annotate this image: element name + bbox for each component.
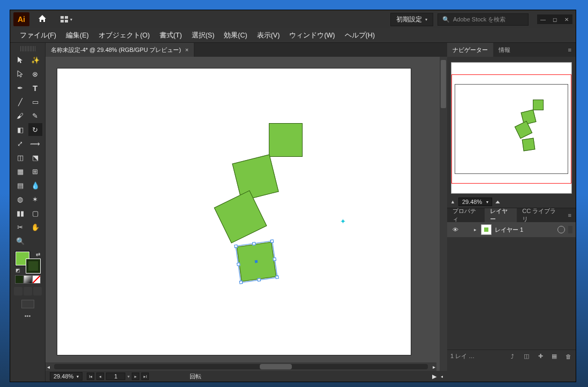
pencil-tool[interactable]: ✎ bbox=[28, 109, 42, 122]
tab-properties[interactable]: プロパティ bbox=[447, 208, 485, 222]
draw-inside-icon[interactable] bbox=[33, 287, 42, 295]
status-stop-icon[interactable]: ◂ bbox=[441, 374, 443, 379]
chevron-down-icon[interactable]: ▾ bbox=[127, 374, 130, 379]
artboard-tool[interactable]: ▢ bbox=[28, 207, 42, 219]
zoom-tool[interactable]: 🔍 bbox=[13, 234, 27, 247]
menu-object[interactable]: オブジェクト(O) bbox=[94, 29, 154, 42]
artboard-number-field[interactable]: 1 bbox=[106, 373, 125, 380]
menu-effect[interactable]: 効果(C) bbox=[220, 29, 251, 42]
shape-square-3[interactable] bbox=[214, 191, 267, 244]
make-clipping-mask-icon[interactable]: ◫ bbox=[522, 352, 531, 361]
menu-edit[interactable]: 編集(E) bbox=[62, 29, 93, 42]
next-artboard-button[interactable]: ▸ bbox=[132, 373, 139, 380]
rotate-tool[interactable]: ↻ bbox=[28, 123, 42, 136]
tab-info[interactable]: 情報 bbox=[493, 43, 516, 57]
draw-behind-icon[interactable] bbox=[24, 287, 32, 295]
menu-type[interactable]: 書式(T) bbox=[155, 29, 186, 42]
zoom-level-combo[interactable]: 29.48% ▾ bbox=[50, 372, 82, 381]
delete-layer-icon[interactable]: 🗑 bbox=[564, 352, 572, 361]
tab-layers[interactable]: レイヤー bbox=[485, 208, 517, 222]
paintbrush-tool[interactable]: 🖌 bbox=[13, 109, 27, 122]
create-new-layer-icon[interactable]: ▦ bbox=[550, 352, 559, 361]
gradient-tool[interactable]: ▤ bbox=[13, 179, 27, 192]
vertical-scrollbar[interactable] bbox=[440, 57, 447, 371]
handle-e[interactable] bbox=[273, 257, 276, 261]
magic-wand-tool[interactable]: ✨ bbox=[28, 54, 42, 66]
handle-s[interactable] bbox=[257, 278, 261, 282]
handle-sw[interactable] bbox=[239, 280, 243, 284]
home-icon[interactable] bbox=[34, 15, 51, 24]
rectangle-tool[interactable]: ▭ bbox=[28, 95, 42, 108]
hand-tool[interactable]: ✋ bbox=[28, 221, 42, 233]
layer-name[interactable]: レイヤー 1 bbox=[495, 226, 554, 234]
lasso-tool[interactable]: ⊗ bbox=[28, 67, 42, 80]
minimize-button[interactable]: — bbox=[537, 14, 549, 24]
color-gradient-icon[interactable] bbox=[24, 275, 32, 284]
menu-help[interactable]: ヘルプ(H) bbox=[341, 29, 379, 42]
arrange-documents-icon[interactable]: ▾ bbox=[55, 14, 78, 25]
stroke-swatch[interactable] bbox=[26, 259, 40, 273]
scale-tool[interactable]: ⤢ bbox=[13, 137, 27, 150]
handle-se[interactable] bbox=[275, 276, 279, 279]
create-sublayer-icon[interactable]: ✚ bbox=[536, 352, 545, 361]
layer-selection-indicator[interactable] bbox=[568, 226, 572, 233]
workspace-selector[interactable]: 初期設定 ▾ bbox=[390, 13, 433, 26]
adobe-stock-search[interactable]: 🔍 Adobe Stock を検索 bbox=[438, 13, 529, 26]
mesh-tool[interactable]: ⊞ bbox=[28, 165, 42, 178]
menu-file[interactable]: ファイル(F) bbox=[16, 29, 61, 42]
canvas-area[interactable]: ✦ ◂ ▸ bbox=[46, 57, 447, 371]
scroll-right-icon[interactable]: ▸ bbox=[431, 364, 436, 370]
perspective-grid-tool[interactable]: ▦ bbox=[13, 165, 27, 178]
rotation-pivot-icon[interactable]: ✦ bbox=[340, 217, 346, 225]
eraser-tool[interactable]: ◧ bbox=[13, 123, 27, 136]
close-tab-icon[interactable]: × bbox=[185, 47, 189, 53]
navigator-proxy-view[interactable] bbox=[451, 62, 572, 194]
navigator-view-rectangle[interactable] bbox=[451, 74, 571, 184]
tab-cc-libraries[interactable]: CC ライブラリ bbox=[517, 208, 563, 222]
layer-target-icon[interactable] bbox=[557, 226, 565, 233]
scroll-left-icon[interactable]: ◂ bbox=[46, 364, 51, 370]
navigator-zoom-combo[interactable]: 29.48% ▾ bbox=[458, 198, 492, 206]
shape-square-1[interactable] bbox=[269, 123, 303, 157]
menu-window[interactable]: ウィンドウ(W) bbox=[285, 29, 339, 42]
menu-select[interactable]: 選択(S) bbox=[187, 29, 219, 42]
toolbox-grip-icon[interactable] bbox=[20, 46, 35, 51]
handle-nw[interactable] bbox=[234, 245, 238, 248]
selection-bounding-box[interactable] bbox=[235, 240, 277, 283]
slice-tool[interactable]: ✂ bbox=[13, 221, 27, 233]
default-fill-stroke-icon[interactable]: ◩ bbox=[16, 268, 20, 273]
shape-square-2[interactable] bbox=[232, 154, 278, 201]
screen-mode-button[interactable] bbox=[21, 300, 34, 308]
panel-menu-icon[interactable]: ≡ bbox=[564, 47, 576, 53]
eyedropper-tool[interactable]: 💧 bbox=[28, 179, 42, 192]
handle-w[interactable] bbox=[237, 262, 240, 266]
edit-toolbar-button[interactable]: ••• bbox=[22, 313, 33, 319]
prev-artboard-button[interactable]: ◂ bbox=[96, 373, 104, 380]
color-solid-icon[interactable] bbox=[15, 275, 24, 284]
handle-ne[interactable] bbox=[270, 239, 274, 243]
document-tab[interactable]: 名称未設定-4* @ 29.48% (RGB/GPU プレビュー) × bbox=[46, 43, 194, 57]
first-artboard-button[interactable]: I◂ bbox=[87, 373, 94, 380]
fill-stroke-color-well[interactable]: ⇄ ◩ bbox=[16, 252, 40, 273]
handle-n[interactable] bbox=[252, 242, 256, 246]
close-button[interactable]: ✕ bbox=[561, 14, 572, 24]
locate-object-icon[interactable]: ⤴ bbox=[508, 352, 517, 361]
horizontal-scrollbar[interactable] bbox=[54, 364, 428, 369]
draw-normal-icon[interactable] bbox=[14, 287, 22, 295]
maximize-button[interactable]: ◻ bbox=[549, 14, 561, 24]
zoom-out-icon[interactable]: ▲ bbox=[450, 199, 455, 204]
column-graph-tool[interactable]: ▮▮ bbox=[13, 207, 27, 219]
free-transform-tool[interactable]: ◫ bbox=[13, 151, 27, 164]
shape-builder-tool[interactable]: ⬔ bbox=[28, 151, 42, 164]
color-none-icon[interactable] bbox=[32, 275, 41, 284]
tab-navigator[interactable]: ナビゲーター bbox=[447, 43, 493, 57]
last-artboard-button[interactable]: ▸I bbox=[141, 373, 149, 380]
symbol-sprayer-tool[interactable]: ✶ bbox=[28, 193, 42, 206]
panel-menu-icon[interactable]: ≡ bbox=[564, 212, 576, 218]
line-tool[interactable]: ╱ bbox=[13, 95, 27, 108]
zoom-in-icon[interactable]: ▲ bbox=[494, 199, 502, 204]
status-play-icon[interactable]: ▶ bbox=[432, 373, 436, 380]
menu-view[interactable]: 表示(V) bbox=[253, 29, 284, 42]
blend-tool[interactable]: ◍ bbox=[13, 193, 27, 206]
direct-selection-tool[interactable] bbox=[13, 67, 27, 80]
